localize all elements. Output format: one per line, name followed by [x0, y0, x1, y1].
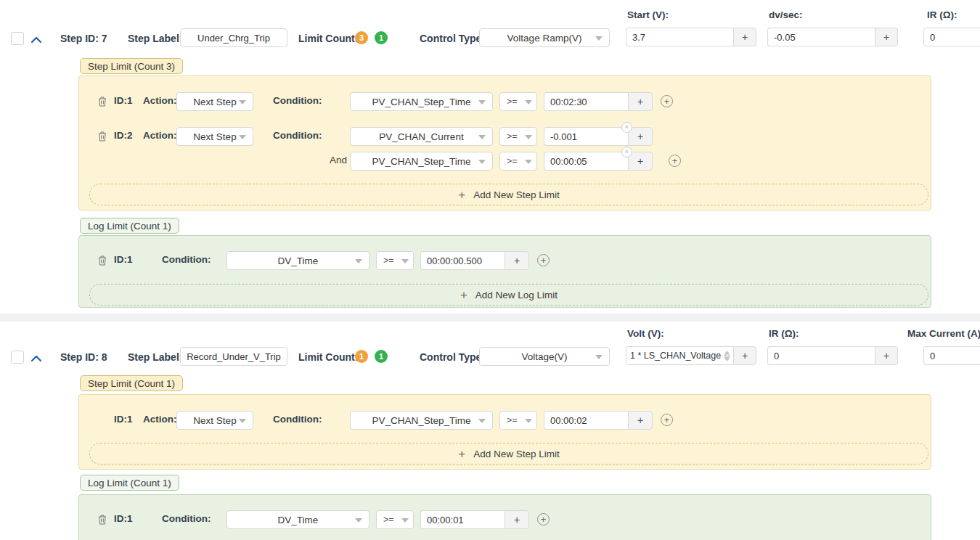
dvsec-input[interactable] — [767, 28, 875, 46]
step-label-input[interactable] — [180, 347, 287, 366]
delete-icon[interactable] — [98, 515, 107, 525]
variable-dropdown[interactable]: DV_Time — [226, 251, 369, 270]
row-id: ID:1 — [114, 513, 133, 524]
dropdown-arrow-icon — [401, 259, 409, 263]
value-group: + — [544, 92, 653, 111]
param-label-start: Start (V): — [627, 9, 669, 22]
condition-value-input[interactable] — [544, 127, 628, 146]
variable-dropdown[interactable]: PV_CHAN_Step_Time — [350, 92, 493, 111]
add-new-step-limit-button[interactable]: + Add New Step Limit — [89, 184, 928, 205]
dropdown-arrow-icon — [525, 419, 532, 423]
plus-button[interactable]: + — [875, 28, 898, 46]
operator-dropdown[interactable]: >= — [499, 411, 537, 430]
control-type-label: Control Type: — [420, 31, 485, 46]
log-limit-row: ID:1 Condition: DV_Time >= + + — [79, 510, 931, 530]
ir-input[interactable] — [767, 346, 875, 365]
delete-icon[interactable] — [98, 131, 107, 142]
control-type-dropdown[interactable]: Voltage(V) — [479, 347, 610, 366]
plus-button[interactable]: + — [733, 28, 756, 46]
add-condition-icon[interactable]: + — [537, 513, 550, 525]
dropdown-arrow-icon — [401, 518, 409, 523]
action-value: Next Step — [193, 415, 236, 426]
step-limit-count-badge: 1 — [355, 350, 368, 363]
log-limit-panel: ID:1 Condition: DV_Time >= + + + Add New… — [78, 235, 931, 308]
step-limit-tag: Step Limit (Count 3) — [80, 58, 183, 74]
plus-button[interactable]: + — [628, 411, 653, 430]
condition-value-input[interactable] — [420, 510, 505, 529]
action-value: Next Step — [193, 131, 236, 142]
dropdown-arrow-icon — [239, 100, 246, 105]
start-voltage-input[interactable] — [626, 28, 733, 46]
control-type-dropdown[interactable]: Voltage Ramp(V) — [479, 28, 610, 47]
variable-dropdown[interactable]: DV_Time — [226, 510, 369, 529]
plus-button[interactable]: + — [628, 92, 653, 111]
max-current-input[interactable] — [923, 346, 980, 365]
volt-value: 1 * LS_CHAN_Voltage — [630, 351, 721, 361]
dropdown-arrow-icon — [525, 100, 532, 105]
action-dropdown[interactable]: Next Step — [176, 411, 253, 430]
add-condition-icon[interactable]: + — [537, 254, 550, 266]
condition-label: Condition: — [273, 414, 322, 425]
operator-dropdown[interactable]: >= — [499, 127, 537, 146]
action-dropdown[interactable]: Next Step — [176, 92, 253, 111]
control-type-value: Voltage Ramp(V) — [507, 33, 582, 44]
condition-label: Condition: — [273, 130, 322, 141]
step-label-label: Step Label: — [128, 31, 182, 46]
condition-value-input[interactable] — [544, 92, 628, 111]
add-new-step-limit-button[interactable]: + Add New Step Limit — [89, 443, 928, 465]
add-condition-icon[interactable]: + — [661, 414, 673, 426]
plus-button[interactable]: + — [733, 346, 756, 365]
dropdown-arrow-icon — [478, 419, 486, 423]
step-limit-panel: ID:1 Action: Next Step Condition: PV_CHA… — [78, 75, 931, 210]
clear-value-icon[interactable]: × — [724, 351, 730, 361]
step-label-input[interactable] — [180, 28, 287, 47]
operator-dropdown[interactable]: >= — [499, 92, 537, 111]
plus-button[interactable]: + — [875, 346, 898, 365]
step-id: Step ID: 8 — [60, 350, 107, 364]
variable-dropdown[interactable]: PV_CHAN_Current — [350, 127, 493, 146]
log-limit-tag: Log Limit (Count 1) — [80, 218, 179, 234]
delete-icon[interactable] — [98, 97, 107, 107]
add-condition-icon[interactable]: + — [669, 155, 681, 167]
delete-icon[interactable] — [98, 255, 107, 266]
plus-button[interactable]: + — [505, 510, 529, 529]
param-label-ir: IR (Ω): — [769, 327, 799, 340]
step-limit-and-row: And PV_CHAN_Step_Time >= × + + — [79, 152, 931, 171]
dropdown-arrow-icon — [525, 135, 532, 139]
variable-value: DV_Time — [278, 255, 319, 266]
log-limit-tag: Log Limit (Count 1) — [80, 475, 179, 491]
operator-value: >= — [507, 131, 518, 142]
action-label: Action: — [143, 414, 177, 425]
operator-value: >= — [383, 515, 394, 525]
variable-value: PV_CHAN_Step_Time — [372, 156, 470, 167]
row-id: ID:2 — [114, 130, 133, 141]
value-group: × + — [544, 127, 653, 146]
step-id: Step ID: 7 — [60, 31, 107, 46]
param-label-max-current: Max Current (A): — [907, 327, 980, 340]
condition-value-input[interactable] — [544, 411, 628, 430]
plus-button[interactable]: + — [505, 251, 529, 270]
variable-dropdown[interactable]: PV_CHAN_Step_Time — [350, 411, 493, 430]
operator-dropdown[interactable]: >= — [376, 251, 414, 270]
add-new-log-limit-button[interactable]: + Add New Log Limit — [89, 284, 928, 306]
operator-dropdown[interactable]: >= — [376, 510, 414, 529]
action-dropdown[interactable]: Next Step — [176, 127, 253, 146]
volt-input[interactable]: 1 * LS_CHAN_Voltage × — [626, 346, 733, 365]
dropdown-arrow-icon — [239, 419, 246, 423]
condition-value-input[interactable] — [420, 251, 505, 270]
ir-input[interactable] — [923, 28, 980, 46]
step-checkbox[interactable] — [11, 351, 24, 364]
clear-value-icon[interactable]: × — [621, 147, 632, 158]
param-label-dvsec: dv/sec: — [769, 9, 803, 22]
collapse-chevron-icon[interactable] — [30, 33, 42, 41]
operator-dropdown[interactable]: >= — [499, 152, 537, 171]
condition-label: Condition: — [162, 254, 211, 265]
clear-value-icon[interactable]: × — [621, 122, 632, 133]
variable-dropdown[interactable]: PV_CHAN_Step_Time — [350, 152, 493, 171]
step-checkbox[interactable] — [11, 32, 24, 45]
condition-value-input[interactable] — [544, 152, 628, 171]
add-condition-icon[interactable]: + — [661, 95, 673, 107]
collapse-chevron-icon[interactable] — [30, 352, 42, 359]
dropdown-arrow-icon — [525, 160, 532, 164]
operator-value: >= — [383, 255, 394, 266]
